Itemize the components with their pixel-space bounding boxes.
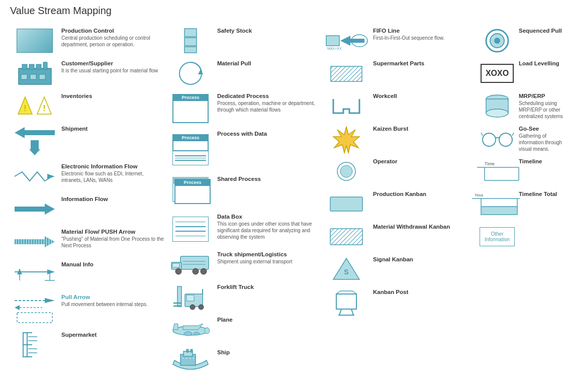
svg-line-88 bbox=[339, 309, 341, 315]
svg-text:Time: Time bbox=[475, 193, 484, 198]
svg-point-100 bbox=[486, 109, 508, 117]
item-desc: "Pushing" of Material from One Process t… bbox=[61, 236, 164, 249]
fifo-line-icon: MAX=XX bbox=[324, 27, 369, 54]
item-label: Plane bbox=[217, 317, 320, 323]
list-item: OtherInformation bbox=[478, 220, 563, 253]
item-label: Workcell bbox=[373, 93, 476, 99]
svg-rect-68 bbox=[191, 349, 193, 352]
svg-rect-29 bbox=[17, 313, 52, 323]
svg-marker-61 bbox=[173, 324, 178, 330]
item-desc: Central production scheduling or control… bbox=[61, 35, 164, 48]
svg-rect-73 bbox=[326, 36, 339, 46]
list-item: Process Process with Data bbox=[166, 127, 322, 172]
list-item: Kanban Post bbox=[322, 285, 478, 318]
list-item: Shipment bbox=[10, 122, 166, 160]
svg-rect-40 bbox=[184, 47, 197, 53]
list-item: Forklift Truck bbox=[166, 280, 322, 313]
item-label: Forklift Truck bbox=[217, 284, 320, 290]
list-item: Supermarket Parts bbox=[322, 57, 478, 89]
item-label: Material Pull bbox=[217, 60, 320, 66]
svg-point-72 bbox=[193, 357, 195, 359]
svg-rect-2 bbox=[29, 64, 34, 69]
col1: Safety Stock Material Pull Process bbox=[166, 24, 322, 378]
list-item: Kaizen Burst bbox=[322, 122, 478, 155]
list-item: MRP/ERP Scheduling using MRP/ERP or othe… bbox=[478, 89, 563, 122]
manual-info-icon bbox=[12, 260, 57, 288]
list-item: Material Flow/ PUSH Arrow "Pushing" of M… bbox=[10, 225, 166, 258]
svg-rect-38 bbox=[184, 29, 197, 37]
svg-marker-42 bbox=[198, 69, 203, 74]
svg-point-46 bbox=[175, 268, 181, 274]
svg-rect-67 bbox=[186, 349, 189, 352]
list-item: XOXO Load Levelling bbox=[478, 57, 563, 89]
svg-line-89 bbox=[351, 309, 353, 315]
list-item: Material Withdrawal Kanban bbox=[322, 220, 478, 253]
item-label: Supermarket bbox=[61, 332, 164, 338]
item-label: Electronic Information Flow bbox=[61, 163, 164, 169]
svg-rect-8 bbox=[39, 74, 45, 79]
list-item: Operator bbox=[322, 155, 478, 187]
svg-point-62 bbox=[184, 332, 192, 336]
svg-rect-57 bbox=[186, 295, 194, 301]
svg-text:Time: Time bbox=[485, 161, 495, 166]
item-label: Operator bbox=[373, 158, 476, 164]
item-label: Signal Kanban bbox=[373, 256, 476, 262]
item-label: MRP/ERP bbox=[519, 93, 563, 99]
production-control-icon bbox=[12, 27, 57, 54]
material-withdrawal-kanban-icon bbox=[324, 223, 369, 250]
item-desc: Pull movement between internal steps. bbox=[61, 301, 164, 308]
pull-arrow-icon bbox=[12, 293, 57, 326]
supermarket-parts-icon bbox=[324, 59, 369, 87]
signal-kanban-icon: S bbox=[324, 255, 369, 283]
item-label: Safety Stock bbox=[217, 28, 320, 34]
svg-point-97 bbox=[494, 38, 500, 44]
item-desc: It is the usual starting point for mater… bbox=[61, 67, 164, 74]
svg-point-71 bbox=[189, 357, 191, 359]
list-item: Safety Stock bbox=[166, 24, 322, 57]
item-label: Manual Info bbox=[61, 261, 164, 267]
electronic-info-flow-icon bbox=[12, 162, 57, 190]
load-levelling-icon: XOXO bbox=[480, 59, 515, 87]
svg-marker-26 bbox=[45, 298, 55, 303]
ship-icon bbox=[168, 348, 213, 376]
kaizen-burst-icon bbox=[324, 125, 369, 152]
item-label: Load Levelling bbox=[519, 60, 563, 66]
shared-process-icon: Process Process bbox=[168, 175, 213, 208]
list-item: Truck shipment/Logistics Shipment using … bbox=[166, 248, 322, 280]
material-pull-icon bbox=[168, 59, 213, 87]
svg-rect-1 bbox=[22, 64, 27, 69]
svg-point-48 bbox=[201, 268, 207, 274]
svg-rect-114 bbox=[481, 207, 517, 215]
truck-icon bbox=[168, 250, 213, 278]
svg-marker-19 bbox=[15, 236, 55, 247]
item-desc: Process, operation, machine or departmen… bbox=[217, 100, 320, 113]
list-item: Production Control Central production sc… bbox=[10, 24, 166, 57]
item-desc: This icon goes under other icons that ha… bbox=[217, 221, 320, 240]
item-label: Shared Process bbox=[217, 176, 320, 182]
svg-line-104 bbox=[481, 133, 483, 136]
list-item: Plane bbox=[166, 313, 322, 346]
item-label: Dedicated Process bbox=[217, 93, 320, 99]
safety-stock-icon bbox=[168, 27, 213, 54]
item-label: Pull Arrow bbox=[61, 294, 164, 300]
svg-point-101 bbox=[483, 133, 496, 146]
workcell-icon bbox=[324, 92, 369, 120]
other-information-icon: OtherInformation bbox=[480, 223, 515, 250]
svg-rect-4 bbox=[43, 62, 47, 69]
list-item: Electronic Information Flow Electronic f… bbox=[10, 160, 166, 192]
list-item: Time Timeline bbox=[478, 155, 563, 187]
data-box-icon bbox=[168, 213, 213, 245]
operator-icon bbox=[324, 157, 369, 185]
item-label: Shipment bbox=[61, 126, 164, 132]
mrp-erp-icon bbox=[480, 92, 515, 120]
item-label: Ship bbox=[217, 349, 320, 355]
col3: Sequenced Pull XOXO Load Levelling M bbox=[478, 24, 563, 378]
item-label: Inventories bbox=[61, 93, 164, 99]
svg-rect-78 bbox=[331, 66, 362, 81]
svg-marker-28 bbox=[15, 305, 20, 310]
svg-point-47 bbox=[193, 268, 199, 274]
list-item: Supermarket bbox=[10, 328, 166, 361]
item-label: Data Box bbox=[217, 214, 320, 220]
svg-point-69 bbox=[182, 357, 184, 359]
list-item: Customer/Supplier It is the usual starti… bbox=[10, 57, 166, 89]
